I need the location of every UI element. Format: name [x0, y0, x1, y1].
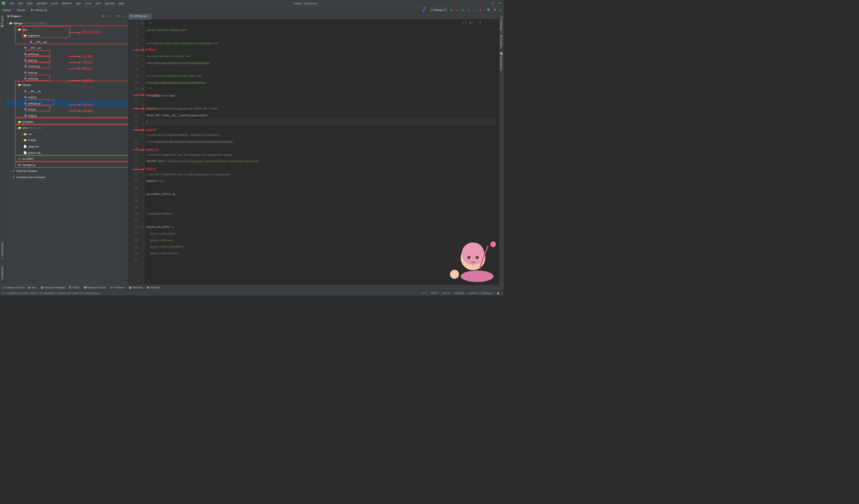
minimize-icon[interactable]: ─ — [484, 2, 487, 5]
inspection-widget[interactable]: ⚠ 1 ▲ 1 ✔ 1 ㅅˇ — [462, 21, 491, 24]
run-config-selector[interactable]: ⬢ Django ▾ — [429, 8, 448, 12]
file-encoding[interactable]: UTF-8 — [440, 292, 452, 295]
tree-item[interactable]: ▾📁venvlibrary root — [5, 125, 128, 131]
bottom-tool-bar: ⎇ Version Control ▶ Run ▦ Python Package… — [0, 285, 504, 290]
status-message[interactable]: Localized PyCharm 2022.1.3 is available … — [5, 292, 102, 295]
code-editor[interactable]: """Django settings for Django project.Ge… — [144, 19, 499, 285]
menu-navigate[interactable]: Navigate — [35, 2, 49, 5]
menu-tools[interactable]: Tools — [83, 2, 93, 5]
todo-button[interactable]: ≣ TODO — [69, 286, 80, 289]
status-event-icon[interactable]: ☐ — [2, 292, 5, 295]
tree-item[interactable]: 📁templates — [5, 119, 128, 125]
collapse-icon[interactable]: ÷ — [111, 15, 112, 18]
tree-item[interactable]: ⬢__init__.py — [5, 45, 128, 51]
breadcrumb-folder[interactable]: Django — [16, 8, 26, 12]
database-tool-button[interactable]: ⛁ Database — [500, 14, 503, 32]
tree-item[interactable]: ⬢views.py — [5, 76, 128, 82]
tree-item[interactable]: ▸📁Lib — [5, 131, 128, 137]
navigation-bar: Django 〉 Django 〉 ⬢ settings.py 👤▾ ⬢ Dja… — [0, 7, 504, 13]
expand-icon[interactable]: ≡ — [107, 15, 108, 18]
status-bar: ☐ Localized PyCharm 2022.1.3 is availabl… — [0, 290, 504, 295]
version-control-button[interactable]: ⎇ Version Control — [2, 286, 25, 289]
breadcrumb-file[interactable]: settings.py — [33, 8, 48, 12]
profile-icon[interactable]: ⟳ — [467, 8, 471, 12]
tree-item[interactable]: ▸✎Scratches and Consoles — [5, 174, 128, 180]
line-separator[interactable]: CRLF — [429, 292, 440, 295]
more-run-icon[interactable]: ⋯ — [473, 8, 477, 12]
title-bar: P FileEditViewNavigateCodeRefactorRunToo… — [0, 0, 504, 7]
tree-item[interactable]: ⬢urls.py — [5, 106, 128, 113]
menu-view[interactable]: View — [25, 2, 35, 5]
tree-item[interactable]: 📄.gitignore — [5, 143, 128, 149]
python-packages-button[interactable]: ▦ Python Packages — [41, 286, 65, 289]
tree-item[interactable]: ⬢apps.py — [5, 57, 128, 63]
project-tree[interactable]: ▾ 📁 Django E:\Software\Django ▾📁app▾📁mig… — [5, 19, 128, 285]
debug-icon[interactable]: 🐞 — [456, 8, 459, 12]
tree-item[interactable]: ▾📁migrations — [5, 33, 128, 39]
menu-edit[interactable]: Edit — [16, 2, 25, 5]
tree-item[interactable]: ▾📁Django — [5, 82, 128, 88]
indent-setting[interactable]: 4 spaces — [452, 292, 466, 295]
services-button[interactable]: ◆ Services — [147, 286, 160, 289]
gear-icon[interactable]: ⚙ — [117, 15, 119, 18]
close-icon[interactable]: ✕ — [498, 2, 501, 5]
tree-item[interactable]: ⬢models.py — [5, 63, 128, 70]
tree-item[interactable]: ⛁db.sqlite3 — [5, 156, 128, 162]
tree-item[interactable]: ⬢asgi.py — [5, 94, 128, 100]
ide-logo-icon[interactable]: ◉ — [498, 8, 502, 12]
editor-tab-settings[interactable]: ⬢ settings.py ✕ — [128, 13, 152, 19]
tree-item[interactable]: ⬢tests.py — [5, 69, 128, 76]
coverage-icon[interactable]: ▶ — [461, 8, 465, 12]
fold-gutter[interactable]: ⊟⊟⊟ — [140, 19, 144, 285]
tree-item[interactable]: ⬢__init__.py — [5, 88, 128, 94]
close-tab-icon[interactable]: ✕ — [148, 15, 150, 18]
line-number-gutter[interactable]: 1234567891011121314151617192021222324252… — [128, 19, 140, 285]
interpreter[interactable]: Python 3.1 (Django) — [466, 292, 494, 295]
stop-icon[interactable]: ■ — [478, 8, 482, 12]
project-panel-title[interactable]: Project — [11, 15, 20, 18]
lock-icon[interactable]: 🔒 — [494, 292, 502, 295]
sciview-tool-button[interactable]: ⊞ SciView — [500, 34, 503, 49]
run-icon[interactable]: ▶ — [450, 8, 453, 12]
menu-code[interactable]: Code — [49, 2, 60, 5]
tab-more-icon[interactable]: ⋮ — [492, 15, 499, 18]
bookmarks-tool-button[interactable]: ☐ Bookmarks — [1, 241, 4, 261]
problems-button[interactable]: ⊘ Problems — [110, 286, 125, 289]
editor-tab-bar: ⬢ settings.py ✕ ⋮ — [128, 13, 499, 20]
run-tool-button[interactable]: ▶ Run — [28, 286, 36, 289]
python-console-button[interactable]: ⬢ Python Console — [84, 286, 106, 289]
tree-item[interactable]: ⬢manage.py — [5, 162, 128, 168]
search-icon[interactable]: 🔍 — [487, 8, 491, 12]
django-icon: ⬢ — [431, 8, 433, 12]
terminal-button[interactable]: ▣ Terminal — [129, 286, 143, 289]
tree-item[interactable]: ▸⊪External Libraries — [5, 168, 128, 174]
maximize-icon[interactable]: ▢ — [491, 2, 494, 5]
notifications-tool-button[interactable]: 🔔 Notifications — [500, 50, 503, 71]
project-view-icon: ▦ — [7, 15, 9, 18]
project-tool-button[interactable]: ▦ Project — [1, 14, 4, 29]
menu-file[interactable]: File — [8, 2, 16, 5]
tree-root[interactable]: ▾ 📁 Django E:\Software\Django — [5, 20, 128, 26]
project-panel: ▦ Project ▾ ⊕ ≡ ÷ | ⚙ — ▾ 📁 Django E:\So… — [5, 13, 128, 285]
tree-item[interactable]: ▾📁app — [5, 26, 128, 33]
menu-window[interactable]: Window — [103, 2, 117, 5]
tree-item[interactable]: 📄pyvenv.cfg — [5, 149, 128, 156]
python-file-icon: ⬢ — [30, 8, 33, 12]
tree-item[interactable]: ▸📁Scripts — [5, 137, 128, 144]
structure-tool-button[interactable]: ⌸ Structure — [1, 265, 4, 280]
cursor-position[interactable]: 17:1 — [420, 292, 429, 295]
menu-vcs[interactable]: VCS — [93, 2, 103, 5]
user-icon[interactable]: 👤▾ — [423, 7, 427, 13]
target-icon[interactable]: ⊕ — [102, 15, 104, 18]
menu-refactor[interactable]: Refactor — [60, 2, 74, 5]
settings-icon[interactable]: ⚙ — [493, 8, 497, 12]
menu-run[interactable]: Run — [74, 2, 83, 5]
python-file-icon: ⬢ — [130, 14, 132, 18]
tree-item[interactable]: ⬢__init__.py — [5, 38, 128, 45]
tree-item[interactable]: ⬢settings.py — [5, 100, 128, 106]
tree-item[interactable]: ⬢admin.py — [5, 51, 128, 57]
menu-help[interactable]: Help — [117, 2, 126, 5]
tree-item[interactable]: ⬢wsgi.py — [5, 112, 128, 119]
hide-icon[interactable]: — — [122, 15, 125, 18]
breadcrumb-root[interactable]: Django — [2, 8, 12, 12]
